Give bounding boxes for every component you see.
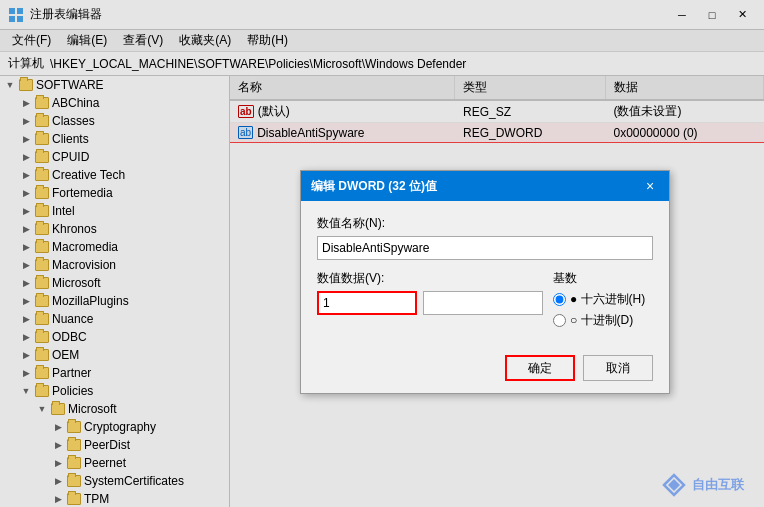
radio-hex-label: ● 十六进制(H) <box>570 291 645 308</box>
edit-dword-dialog: 编辑 DWORD (32 位)值 × 数值名称(N): 数值数据(V): 基数 <box>300 170 670 394</box>
radio-dec-label: ○ 十进制(D) <box>570 312 633 329</box>
dialog-close-button[interactable]: × <box>641 177 659 195</box>
name-field: 数值名称(N): <box>317 215 653 260</box>
radio-dec[interactable]: ○ 十进制(D) <box>553 312 653 329</box>
radio-hex-input[interactable] <box>553 293 566 306</box>
dialog-footer: 确定 取消 <box>301 355 669 393</box>
value-extra-input[interactable] <box>423 291 543 315</box>
cancel-button[interactable]: 取消 <box>583 355 653 381</box>
value-row: 数值数据(V): 基数 ● 十六进制(H) ○ 十进制(D) <box>317 270 653 333</box>
value-label: 数值数据(V): <box>317 270 543 287</box>
dialog-title: 编辑 DWORD (32 位)值 <box>311 178 437 195</box>
radio-hex[interactable]: ● 十六进制(H) <box>553 291 653 308</box>
name-input[interactable] <box>317 236 653 260</box>
value-input[interactable] <box>317 291 417 315</box>
dialog-overlay: 编辑 DWORD (32 位)值 × 数值名称(N): 数值数据(V): 基数 <box>0 0 764 507</box>
base-section: 基数 ● 十六进制(H) ○ 十进制(D) <box>553 270 653 333</box>
dialog-titlebar: 编辑 DWORD (32 位)值 × <box>301 171 669 201</box>
name-label: 数值名称(N): <box>317 215 653 232</box>
radio-dec-input[interactable] <box>553 314 566 327</box>
value-field: 数值数据(V): <box>317 270 543 315</box>
base-label: 基数 <box>553 270 653 287</box>
dialog-body: 数值名称(N): 数值数据(V): 基数 ● 十六进制(H) <box>301 201 669 355</box>
ok-button[interactable]: 确定 <box>505 355 575 381</box>
